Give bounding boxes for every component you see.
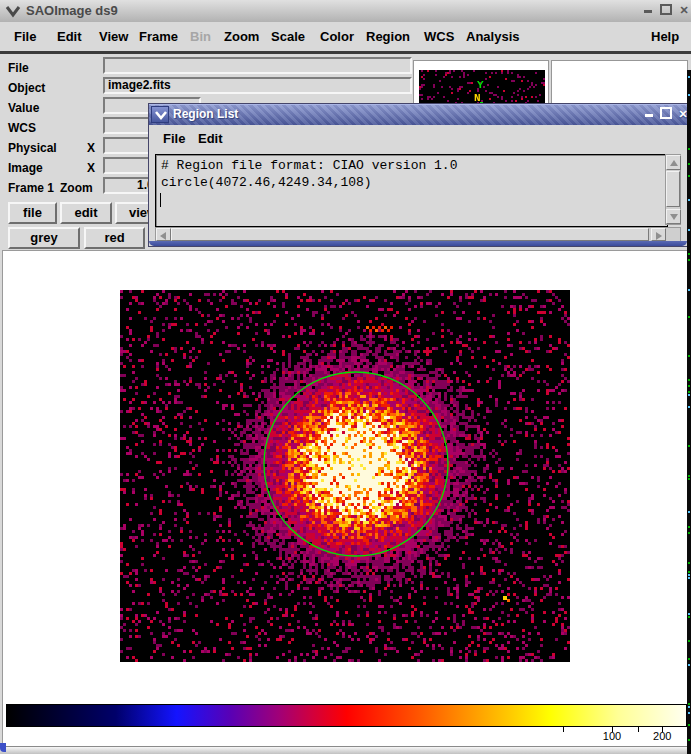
colorbar-gradient[interactable] [6, 704, 687, 727]
button-red[interactable]: red [84, 227, 145, 249]
menu-wcs[interactable]: WCS [424, 22, 454, 51]
vertical-scroll-thumb[interactable] [666, 171, 680, 207]
menu-scale[interactable]: Scale [271, 22, 305, 51]
window-title: SAOImage ds9 [26, 3, 118, 18]
info-label-physical: Physical [8, 140, 57, 156]
close-icon[interactable]: ✕ [677, 4, 691, 17]
dialog-menu-edit[interactable]: Edit [198, 126, 223, 152]
region-line-1: # Region file format: CIAO version 1.0 [161, 158, 457, 173]
info-image-x-label: X [87, 160, 95, 176]
menu-zoom[interactable]: Zoom [224, 22, 259, 51]
button-edit[interactable]: edit [60, 202, 112, 224]
colorbar-tick [563, 727, 564, 732]
dialog-menu-chevron-icon[interactable] [151, 106, 169, 123]
window-bottom-edge [0, 746, 691, 754]
info-label-wcs: WCS [8, 120, 36, 136]
background-window-sliver [687, 70, 691, 754]
region-text-area[interactable]: # Region file format: CIAO version 1.0 c… [155, 154, 668, 227]
ds9-main-window: SAOImage ds9 ✕ File Edit View Frame Bin … [0, 0, 691, 754]
menu-edit[interactable]: Edit [57, 22, 82, 51]
window-titlebar[interactable]: SAOImage ds9 ✕ [0, 0, 691, 23]
scroll-up-icon[interactable] [666, 155, 681, 170]
colorbar-tick [638, 727, 639, 732]
region-list-dialog: Region List ✕ File Edit # Region file fo… [148, 103, 688, 247]
region-line-2: circle(4072.46,4249.34,108) [161, 175, 372, 190]
menu-region[interactable]: Region [366, 22, 410, 51]
dialog-title: Region List [173, 107, 238, 121]
info-zoom-label: Zoom [60, 180, 93, 196]
menu-color[interactable]: Color [320, 22, 354, 51]
image-frame[interactable] [120, 290, 570, 662]
menu-analysis[interactable]: Analysis [466, 22, 519, 51]
dialog-titlebar[interactable]: Region List ✕ [149, 104, 687, 125]
file-field[interactable] [103, 57, 412, 74]
dialog-menu-file[interactable]: File [163, 126, 185, 152]
scroll-right-icon[interactable] [651, 228, 666, 241]
button-file[interactable]: file [8, 202, 57, 224]
menu-help[interactable]: Help [651, 22, 679, 51]
scroll-left-icon[interactable] [156, 228, 171, 241]
info-label-image: Image [8, 160, 43, 176]
colorbar-widget[interactable]: 100200 [2, 696, 690, 746]
text-cursor [160, 193, 161, 207]
menu-file[interactable]: File [14, 22, 36, 51]
info-label-value: Value [8, 100, 39, 116]
menu-view[interactable]: View [99, 22, 128, 51]
button-grey[interactable]: grey [8, 227, 80, 249]
background-window-corner [0, 743, 6, 752]
menubar: File Edit View Frame Bin Zoom Scale Colo… [0, 22, 691, 54]
menu-bin: Bin [190, 22, 211, 51]
colorbar-tick-label: 100 [603, 730, 621, 742]
object-field[interactable]: image2.fits [103, 77, 412, 94]
minimize-button[interactable] [641, 4, 655, 17]
display-canvas-area[interactable] [2, 250, 690, 697]
horizontal-scrollbar[interactable] [155, 227, 681, 242]
scroll-down-icon[interactable] [666, 209, 681, 224]
info-label-object: Object [8, 80, 45, 96]
info-physical-x-label: X [87, 140, 95, 156]
dialog-minimize-button[interactable] [642, 107, 656, 122]
info-label-frame: Frame 1 [8, 180, 54, 196]
info-label-file: File [8, 60, 29, 76]
colorbar-tick-label: 200 [653, 730, 671, 742]
horizontal-scroll-thumb[interactable] [171, 228, 649, 241]
maximize-button[interactable] [659, 4, 673, 17]
vertical-scrollbar[interactable] [665, 154, 681, 225]
dialog-maximize-button[interactable] [659, 107, 673, 122]
dialog-bottom-accent [149, 241, 687, 246]
window-menu-chevron-icon[interactable] [5, 4, 21, 18]
menu-frame[interactable]: Frame [139, 22, 178, 51]
